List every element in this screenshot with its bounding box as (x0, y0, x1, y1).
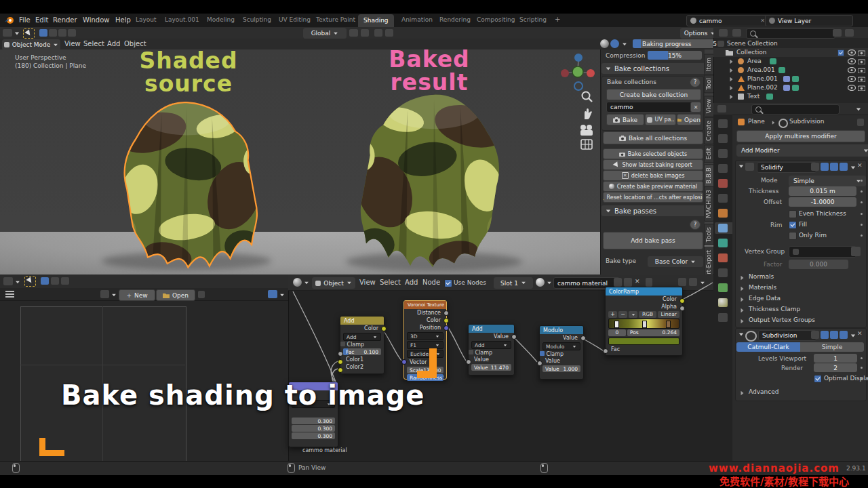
remove-stop-button[interactable]: − (618, 311, 627, 318)
tab-layout001[interactable]: Layout.001 (165, 16, 199, 23)
socket-distance-out[interactable] (443, 310, 449, 316)
extras-chevron-icon[interactable] (851, 335, 855, 338)
socket-alpha-out[interactable] (679, 306, 685, 311)
tab-animation[interactable]: Animation (401, 16, 433, 23)
animate-dot[interactable] (861, 378, 863, 380)
blend-mode-dropdown[interactable]: Add (343, 333, 381, 341)
material-icon[interactable] (536, 278, 545, 287)
socket-color2-in[interactable] (338, 367, 343, 373)
shading-material-icon[interactable] (610, 39, 619, 48)
modifier-properties-tab-icon[interactable] (718, 224, 728, 232)
socket-position-out[interactable] (443, 325, 449, 331)
offset-slider[interactable]: -1.0000 (789, 197, 856, 207)
clamp-checkbox[interactable]: Clamp (469, 350, 514, 356)
subdiv-section-advanced[interactable]: Advanced (749, 388, 778, 395)
object-properties-tab-icon[interactable] (718, 209, 728, 218)
breadcrumb-object[interactable]: Plane (748, 118, 765, 125)
snap-magnet-icon[interactable] (349, 29, 358, 37)
outliner-item-plane002[interactable]: Plane.002 (747, 84, 778, 91)
chevron-down-icon[interactable] (16, 281, 20, 284)
scale-y-field[interactable]: 0.300 (292, 425, 335, 432)
chevron-down-icon[interactable] (856, 108, 861, 111)
outliner-search-input[interactable] (746, 28, 835, 39)
socket-value-out[interactable] (511, 334, 517, 340)
n-panel-tab-create[interactable]: Create (704, 117, 714, 144)
animate-dot[interactable] (861, 357, 863, 359)
image-browse-icon[interactable] (100, 290, 109, 298)
outliner-item-area001[interactable]: Area.001 (747, 66, 775, 73)
expand-icon[interactable] (741, 308, 744, 312)
scene-unlink-icon[interactable]: ✕ (760, 18, 765, 24)
tab-uv-editing[interactable]: UV Editing (279, 16, 311, 23)
expand-icon[interactable] (730, 68, 733, 73)
chevron-down-icon[interactable] (701, 282, 705, 285)
viewport-menu-view[interactable]: View (64, 40, 81, 47)
clear-name-button[interactable]: ✕ (690, 102, 701, 113)
shader-editor-type-icon[interactable] (293, 278, 302, 287)
ramp-options-dropdown[interactable] (629, 311, 637, 318)
invert-vertex-group-icon[interactable] (851, 247, 861, 256)
pin-icon[interactable] (646, 278, 652, 287)
dimensions-dropdown[interactable]: 3D (407, 332, 443, 340)
socket-fac-in[interactable] (338, 351, 343, 357)
animate-dot[interactable] (861, 213, 863, 215)
tool-properties-tab-icon[interactable] (718, 119, 728, 128)
slot-dropdown[interactable]: Slot 1 (494, 277, 533, 289)
factor-slider[interactable]: 0.000 (789, 260, 848, 269)
show-realtime-icon[interactable] (821, 331, 829, 339)
show-viewport-icon[interactable] (830, 163, 838, 171)
n-panel-tab-tool[interactable]: Tool (704, 75, 714, 93)
color-stop-handle[interactable] (614, 321, 619, 328)
view-layer-selector[interactable]: View Layer (765, 15, 853, 26)
interpolation-dropdown[interactable]: Linear (658, 311, 679, 318)
material-properties-tab-icon[interactable] (718, 298, 728, 307)
menu-help[interactable]: Help (115, 16, 131, 24)
tab-add-button[interactable]: + (555, 16, 560, 23)
solidify-section-output-vertex-groups[interactable]: Output Vertex Groups (749, 317, 815, 323)
viewport-menu-object[interactable]: Object (124, 40, 146, 47)
hamburger-menu-icon[interactable] (5, 291, 14, 292)
constraints-properties-tab-icon[interactable] (718, 268, 728, 277)
value-slider[interactable]: Value1.000 (542, 365, 580, 372)
animate-dot[interactable] (861, 190, 863, 192)
help-button[interactable]: ? (690, 77, 701, 87)
scale-x-field[interactable]: 0.300 (292, 418, 335, 424)
stop-color-swatch[interactable] (608, 338, 679, 345)
render-properties-tab-icon[interactable] (718, 134, 728, 143)
n-panel-tab-edit[interactable]: Edit (704, 144, 714, 163)
delete-bake-images-button[interactable]: ✕ delete bake images (603, 170, 703, 181)
snap-mode-icon[interactable] (361, 29, 369, 37)
help-button-2[interactable]: ? (690, 220, 701, 230)
close-modifier-icon[interactable]: ✕ (857, 330, 863, 337)
image-channels-icon[interactable] (268, 290, 277, 298)
outliner-item-area[interactable]: Area (747, 58, 762, 64)
animate-dot[interactable] (861, 201, 863, 203)
expand-icon[interactable] (741, 287, 744, 291)
socket-color-out[interactable] (381, 326, 387, 331)
eye-icon[interactable] (848, 76, 856, 82)
tool-icon-1[interactable] (39, 29, 47, 37)
node-header[interactable]: Voronoi Texture (404, 301, 446, 309)
solidify-section-edge-data[interactable]: Edge Data (749, 295, 781, 302)
catmull-clark-button[interactable]: Catmull-Clark (736, 342, 800, 352)
baking-progress-slider[interactable]: Baking progress 5 (633, 39, 718, 48)
socket-color-out[interactable] (443, 318, 449, 323)
clamp-checkbox-checked[interactable]: Clamp (540, 351, 583, 357)
socket-vector-in[interactable] (401, 359, 407, 365)
apply-multires-button[interactable]: Apply multires modifier (736, 130, 865, 142)
position-slider[interactable]: Pos0.264 (627, 329, 679, 336)
animate-dot[interactable] (861, 367, 863, 369)
node-menu-node[interactable]: Node (422, 279, 440, 286)
show-in-editmode-icon[interactable] (811, 163, 819, 171)
chevron-down-icon[interactable] (304, 282, 309, 285)
physics-properties-tab-icon[interactable] (718, 253, 728, 262)
outliner-item-plane001[interactable]: Plane.001 (747, 75, 778, 82)
bake-button[interactable]: Bake (606, 114, 644, 125)
simple-button[interactable]: Simple (800, 342, 864, 352)
viewport-menu-select[interactable]: Select (83, 40, 104, 47)
stop-index-field[interactable]: 0 (608, 329, 626, 336)
eye-icon[interactable] (848, 58, 856, 64)
render-levels-slider[interactable]: 2 (814, 363, 857, 372)
feature-dropdown[interactable]: F1 (407, 341, 443, 349)
node-voronoi-texture[interactable]: Voronoi Texture Distance Color Position … (403, 300, 447, 380)
